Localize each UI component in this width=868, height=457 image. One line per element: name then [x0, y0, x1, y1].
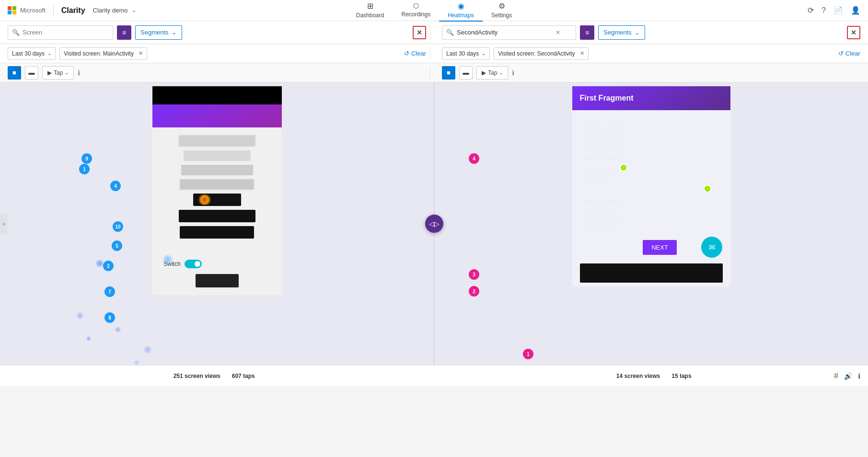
- demo-label[interactable]: Clarity demo: [93, 7, 128, 14]
- right-marker-1: 1: [523, 349, 533, 359]
- left-item-7: [180, 226, 254, 239]
- right-screen-close[interactable]: ✕: [580, 50, 584, 57]
- nav-item-settings[interactable]: ⚙ Settings: [483, 0, 521, 22]
- left-screen-filter[interactable]: Visited screen: MainActivity ✕: [59, 47, 147, 60]
- right-heatmap-panel: First Fragment . . . . . . . . . . . . .…: [434, 82, 868, 365]
- heatmaps-icon: ◉: [458, 1, 464, 11]
- right-clear-label: Clear: [845, 50, 860, 57]
- right-close-panel-button[interactable]: ✕: [847, 26, 860, 39]
- left-clear-button[interactable]: ↺ Clear: [404, 50, 426, 57]
- nav-item-dashboard[interactable]: ⊞ Dashboard: [347, 0, 393, 22]
- right-filter-icon: ≡: [585, 29, 589, 36]
- left-info-icon[interactable]: ℹ: [78, 69, 80, 77]
- left-marker-9: 9: [81, 153, 92, 164]
- nav-item-recordings[interactable]: ⬡ Recordings: [393, 0, 439, 21]
- right-segments-button[interactable]: Segments ⌄: [598, 25, 645, 40]
- view-controls-left: ■ ▬ ▶ Tap ⌄ ℹ: [8, 66, 426, 80]
- right-row-with-dot-2: [580, 183, 723, 194]
- right-date-filter[interactable]: Last 30 days ⌄: [442, 47, 490, 60]
- right-clear-button[interactable]: ↺ Clear: [838, 50, 860, 57]
- left-segments-button[interactable]: Segments ⌄: [135, 25, 182, 40]
- right-taps-count: 15 taps: [671, 373, 691, 379]
- right-tap-button[interactable]: ▶ Tap ⌄: [476, 66, 508, 80]
- left-item-2: [184, 150, 251, 161]
- microsoft-logo: [8, 6, 16, 15]
- right-tap-label: Tap: [488, 69, 497, 76]
- right-dots-11: . . . . . . . .: [580, 223, 723, 233]
- left-filter-icon: ≡: [122, 29, 126, 36]
- right-dots-3: . . . . . . . . . .: [580, 133, 723, 143]
- left-phone-view-btn[interactable]: ■: [8, 66, 21, 80]
- right-phone-screen: First Fragment . . . . . . . . . . . . .…: [572, 86, 730, 286]
- right-row-with-dot-1: . . . . . . . .: [580, 162, 723, 173]
- panel-separator: [430, 25, 430, 40]
- view-controls: ■ ▬ ▶ Tap ⌄ ℹ ■ ▬ ▶ Tap ⌄ ℹ: [0, 63, 868, 82]
- right-landscape-view-btn[interactable]: ▬: [459, 66, 473, 80]
- right-info-icon[interactable]: ℹ: [512, 69, 514, 77]
- left-clear-icon: ↺: [404, 50, 409, 57]
- left-screen-close[interactable]: ✕: [139, 50, 143, 57]
- left-switch-label: Switch: [164, 261, 181, 267]
- nav-item-heatmaps[interactable]: ◉ Heatmaps: [439, 0, 483, 22]
- left-date-filter[interactable]: Last 30 days ⌄: [8, 47, 56, 60]
- right-search-input[interactable]: [457, 29, 553, 36]
- right-tap-play-icon: ▶: [482, 69, 486, 76]
- right-dots-7: . . . . . .: [580, 173, 723, 183]
- status-bar: 251 screen views 607 taps 14 screen view…: [0, 365, 868, 386]
- share-icon[interactable]: ⟳: [808, 6, 814, 15]
- collapse-left-toggle[interactable]: «: [0, 213, 8, 234]
- docs-icon[interactable]: 📄: [833, 6, 843, 15]
- right-phone-view-btn[interactable]: ■: [442, 66, 455, 80]
- swap-panels-button[interactable]: ◁▷: [425, 215, 443, 233]
- left-close-panel-button[interactable]: ✕: [413, 26, 426, 39]
- right-clear-icon: ↺: [838, 50, 844, 57]
- nav-label-recordings: Recordings: [401, 11, 430, 18]
- left-date-arrow: ⌄: [47, 51, 51, 56]
- left-tap-label: Tap: [54, 69, 63, 76]
- sound-icon[interactable]: 🔊: [844, 372, 852, 380]
- right-tap-arrow: ⌄: [499, 70, 503, 75]
- nav-label-settings: Settings: [491, 12, 512, 19]
- right-date-arrow: ⌄: [482, 51, 486, 56]
- right-filter-button[interactable]: ≡: [580, 25, 594, 40]
- right-segments-label: Segments: [603, 29, 632, 36]
- collapse-left-icon: «: [2, 221, 5, 227]
- right-screen-filter[interactable]: Visited screen: SecondActivity ✕: [494, 47, 589, 60]
- hashtag-icon[interactable]: #: [834, 372, 838, 380]
- left-phone-screen: Switch: [152, 86, 282, 295]
- left-tap-play-icon: ▶: [47, 69, 52, 76]
- right-email-fab[interactable]: ✉: [701, 237, 722, 258]
- filter-bar-right: Last 30 days ⌄ Visited screen: SecondAct…: [434, 47, 860, 60]
- demo-chevron[interactable]: ⌄: [132, 7, 136, 13]
- left-landscape-view-btn[interactable]: ▬: [25, 66, 38, 80]
- settings-icon: ⚙: [498, 1, 505, 11]
- swap-button-wrap: ◁▷: [425, 215, 443, 233]
- nav-label-dashboard: Dashboard: [356, 12, 384, 19]
- search-bar-area: 🔍 ≡ Segments ⌄ ✕ 🔍 ✕ ≡ Segments ⌄ ✕: [0, 21, 868, 44]
- right-dots-1: . . . . . . . . . .: [580, 114, 723, 124]
- filter-bar: Last 30 days ⌄ Visited screen: MainActiv…: [0, 44, 868, 63]
- left-marker-5: 5: [112, 240, 122, 251]
- right-taps-stat: 15 taps: [671, 373, 691, 379]
- right-purple-header: First Fragment: [572, 86, 730, 110]
- right-screen-title: First Fragment: [580, 94, 634, 103]
- left-screen-views-stat: 251 screen views: [174, 373, 220, 379]
- left-marker-7: 7: [104, 286, 115, 297]
- right-next-button[interactable]: NEXT: [643, 240, 677, 255]
- left-black-top-bar: [152, 86, 282, 104]
- right-dots-6: . . . . . . . .: [580, 165, 616, 171]
- left-segments-arrow: ⌄: [172, 29, 177, 36]
- nav-right: ⟳ ? 📄 👤: [808, 6, 860, 15]
- left-screen-label: Visited screen: MainActivity: [64, 50, 134, 57]
- right-search-wrap: 🔍 ✕: [442, 25, 576, 40]
- left-filter-button[interactable]: ≡: [117, 25, 131, 40]
- account-icon[interactable]: 👤: [851, 6, 860, 15]
- left-purple-bar: [152, 104, 282, 127]
- left-toggle[interactable]: [185, 260, 202, 268]
- left-search-input[interactable]: [23, 29, 99, 36]
- left-tap-button[interactable]: ▶ Tap ⌄: [42, 66, 74, 80]
- help-icon[interactable]: ?: [822, 6, 826, 15]
- right-search-clear[interactable]: ✕: [556, 29, 560, 36]
- info-bottom-icon[interactable]: ℹ: [858, 372, 860, 380]
- brand-separator: [53, 6, 54, 15]
